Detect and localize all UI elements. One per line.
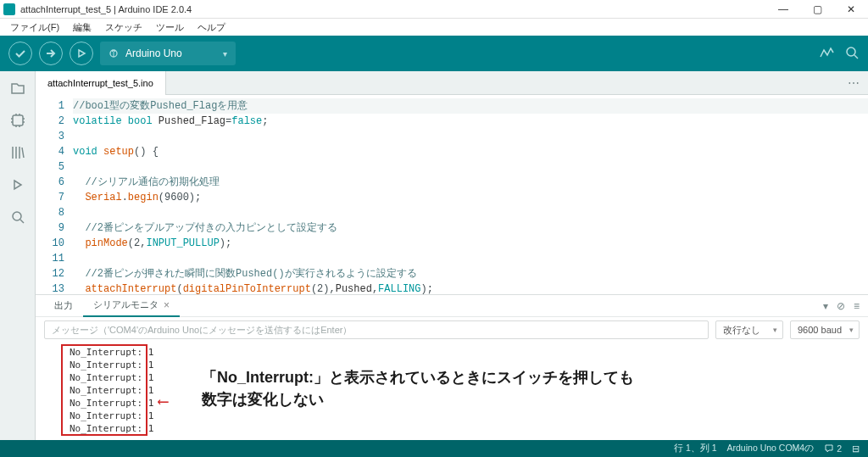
cursor-position: 行 1、列 1	[674, 443, 717, 454]
menu-sketch[interactable]: スケッチ	[98, 21, 149, 34]
close-panel-icon[interactable]: ⊟	[852, 443, 860, 454]
code-area[interactable]: //bool型の変数Pushed_Flagを用意volatile bool Pu…	[73, 95, 868, 294]
library-manager-icon[interactable]	[9, 144, 26, 161]
menubar: ファイル(F) 編集 スケッチ ツール ヘルプ	[0, 19, 868, 36]
baud-rate-select[interactable]: 9600 baud	[790, 320, 860, 339]
main: attachInterrupt_test_5.ino ⋯ 12345678910…	[0, 71, 868, 440]
notifications-button[interactable]: 2	[824, 443, 842, 454]
line-gutter: 1234567891011121314151617	[36, 95, 73, 294]
serial-plotter-icon[interactable]	[819, 45, 834, 63]
close-icon[interactable]: ×	[164, 299, 170, 311]
line-ending-select[interactable]: 改行なし	[715, 320, 783, 339]
serial-output: No_Interrupt: 1No_Interrupt: 1No_Interru…	[36, 343, 868, 440]
svg-rect-2	[13, 115, 23, 125]
content: attachInterrupt_test_5.ino ⋯ 12345678910…	[36, 71, 868, 440]
menu-file[interactable]: ファイル(F)	[3, 21, 66, 34]
play-bug-icon	[75, 47, 87, 59]
code-editor[interactable]: 1234567891011121314151617 //bool型の変数Push…	[36, 95, 868, 294]
maximize-button[interactable]: ▢	[800, 0, 834, 19]
bottom-panel-controls: ▾ ⊘ ≡	[823, 300, 860, 312]
upload-button[interactable]	[39, 42, 63, 65]
annotation-text: 「No_Interrupt:」と表示されているときにスイッチを押しても 数字は変…	[202, 366, 634, 410]
svg-point-3	[13, 212, 21, 220]
statusbar: 行 1、列 1 Arduino Uno COM4の 2 ⊟	[0, 440, 868, 457]
app-icon	[3, 3, 15, 15]
boards-manager-icon[interactable]	[9, 112, 26, 129]
menu-tools[interactable]: ツール	[149, 21, 191, 34]
serial-line: No_Interrupt: 1	[70, 410, 860, 422]
tab-serial-monitor[interactable]: シリアルモニタ×	[83, 295, 180, 317]
sidebar	[0, 71, 36, 440]
editor-tabbar: attachInterrupt_test_5.ino ⋯	[36, 71, 868, 95]
minimize-button[interactable]: —	[766, 0, 800, 19]
board-port-status[interactable]: Arduino Uno COM4の	[727, 443, 815, 454]
check-icon	[14, 47, 26, 59]
toolbar: Arduino Uno	[0, 36, 868, 71]
serial-message-input[interactable]	[44, 320, 709, 339]
titlebar: attachInterrupt_test_5 | Arduino IDE 2.0…	[0, 0, 868, 19]
tab-output[interactable]: 出力	[44, 295, 83, 317]
usb-icon	[108, 48, 119, 59]
close-button[interactable]: ✕	[834, 0, 868, 19]
tab-more-icon[interactable]: ⋯	[848, 76, 860, 90]
toolbar-right	[819, 45, 860, 63]
board-selector[interactable]: Arduino Uno	[100, 42, 236, 65]
verify-button[interactable]	[8, 42, 32, 65]
svg-point-1	[847, 47, 855, 56]
annotation-arrow-icon: ⟵	[159, 392, 168, 410]
serial-monitor-icon[interactable]	[844, 45, 860, 63]
panel-collapse-icon[interactable]: ▾	[823, 300, 828, 312]
bottom-panel: 出力 シリアルモニタ× ▾ ⊘ ≡ 改行なし 9600 baud No_Inte…	[36, 294, 868, 440]
sketchbook-icon[interactable]	[9, 80, 26, 97]
panel-expand-icon[interactable]: ≡	[854, 300, 860, 312]
window-title: attachInterrupt_test_5 | Arduino IDE 2.0…	[20, 4, 192, 14]
board-name: Arduino Uno	[125, 47, 182, 59]
menu-edit[interactable]: 編集	[66, 21, 98, 34]
debug-panel-icon[interactable]	[9, 176, 26, 193]
bottom-tabs: 出力 シリアルモニタ× ▾ ⊘ ≡	[36, 295, 868, 317]
clear-output-icon[interactable]: ⊘	[837, 300, 845, 312]
serial-line: No_Interrupt: 1	[70, 346, 860, 359]
chat-icon	[824, 443, 834, 454]
file-tab[interactable]: attachInterrupt_test_5.ino	[36, 71, 166, 95]
arrow-right-icon	[45, 47, 57, 59]
file-tab-label: attachInterrupt_test_5.ino	[47, 78, 153, 88]
search-panel-icon[interactable]	[9, 209, 26, 226]
serial-line: No_Interrupt: 1	[70, 422, 860, 435]
window-controls: — ▢ ✕	[766, 0, 868, 19]
menu-help[interactable]: ヘルプ	[191, 21, 232, 34]
debug-button[interactable]	[70, 42, 93, 65]
serial-controls: 改行なし 9600 baud	[36, 317, 868, 343]
